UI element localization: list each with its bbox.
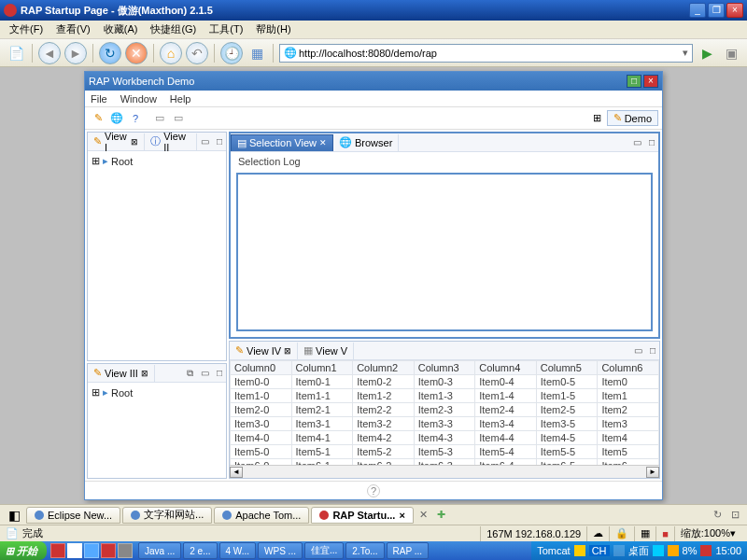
address-bar[interactable]: 🌐 ▾: [279, 44, 693, 63]
task-button[interactable]: RAP ...: [387, 542, 430, 559]
tree-node-root[interactable]: ⊞▸Root: [92, 386, 222, 399]
tab-view5[interactable]: ▦View V: [298, 343, 354, 359]
close-icon[interactable]: ⊠: [141, 369, 148, 378]
tab-view2[interactable]: ⓘView II: [145, 133, 197, 150]
ql-icon[interactable]: [118, 543, 133, 558]
history-button[interactable]: 🕘: [220, 42, 243, 64]
tray-icon[interactable]: [613, 545, 625, 556]
go-button[interactable]: ▶: [697, 43, 717, 63]
tab-view3[interactable]: ✎View III⊠: [88, 365, 155, 382]
undo-button[interactable]: ↶: [186, 42, 208, 64]
help-icon[interactable]: ?: [367, 484, 380, 497]
file-icon[interactable]: ▭: [151, 110, 168, 127]
reload-button[interactable]: ↻: [99, 42, 121, 64]
maximize-view-button[interactable]: □: [646, 345, 659, 356]
tab-selection-view[interactable]: ▤Selection View✕: [231, 134, 333, 151]
menu-groups[interactable]: 快捷组(G): [145, 21, 202, 38]
menu-file[interactable]: 文件(F): [4, 21, 49, 38]
doc-icon[interactable]: ▭: [170, 110, 187, 127]
browser-tab[interactable]: 文字和网站...: [122, 507, 212, 524]
selection-log-area[interactable]: [236, 173, 653, 331]
minimize-view-button[interactable]: ▭: [197, 136, 213, 147]
table-row[interactable]: Item0-0Item0-1Item0-2Item0-3Item0-4Item0…: [231, 375, 659, 389]
tab-view1[interactable]: ✎View I⊠: [88, 133, 145, 150]
browser-tab[interactable]: Apache Tom...: [214, 507, 309, 524]
column-header[interactable]: Column5: [536, 361, 598, 375]
menu-view[interactable]: 查看(V): [50, 21, 96, 38]
tray-tomcat[interactable]: Tomcat: [537, 545, 570, 556]
expand-icon[interactable]: ⊞: [92, 155, 100, 167]
maximize-view-button[interactable]: □: [645, 137, 658, 147]
tree-view3[interactable]: ⊞▸Root: [88, 383, 226, 478]
horizontal-scrollbar[interactable]: ◄ ►: [230, 465, 659, 478]
perspective-button[interactable]: ✎ Demo: [607, 110, 658, 126]
tree-view1[interactable]: ⊞▸Root: [88, 151, 226, 360]
rap-menu-window[interactable]: Window: [120, 93, 157, 105]
stop-button[interactable]: ✕: [125, 42, 148, 64]
maximize-view-button[interactable]: □: [213, 368, 226, 378]
forward-button[interactable]: ►: [64, 42, 87, 64]
scroll-right-button[interactable]: ►: [646, 467, 659, 478]
status-zoom[interactable]: 缩放:100% ▾: [674, 526, 741, 541]
menu-tools[interactable]: 工具(T): [204, 21, 248, 38]
new-tab-icon[interactable]: ✚: [433, 509, 449, 521]
start-button[interactable]: ⊞开始: [0, 541, 47, 560]
column-header[interactable]: Column1: [291, 361, 353, 375]
task-button[interactable]: 2 e...: [183, 542, 217, 559]
close-icon[interactable]: ⊠: [284, 346, 291, 356]
scroll-left-button[interactable]: ◄: [230, 467, 243, 478]
tray-icon[interactable]: [668, 545, 679, 556]
back-button[interactable]: ◄: [38, 42, 61, 64]
table-row[interactable]: Item6-0Item6-1Item6-2Item6-3Item6-4Item6…: [231, 459, 659, 465]
ql-icon[interactable]: [67, 543, 82, 558]
column-header[interactable]: Column0: [231, 361, 292, 375]
column-header[interactable]: Column3: [414, 361, 475, 375]
table-row[interactable]: Item3-0Item3-1Item3-2Item3-3Item3-4Item3…: [231, 417, 659, 431]
tree-node-root[interactable]: ⊞▸Root: [92, 155, 222, 167]
close-icon[interactable]: ✕: [319, 138, 327, 147]
minimize-button[interactable]: _: [689, 3, 706, 18]
minimize-view-button[interactable]: ▭: [630, 345, 646, 356]
close-tab-icon[interactable]: ×: [399, 510, 404, 521]
brush-icon[interactable]: ✎: [90, 110, 106, 127]
rap-maximize-button[interactable]: □: [627, 75, 641, 88]
browser-tab[interactable]: Eclipse New...: [26, 507, 120, 524]
expand-icon[interactable]: ⊞: [92, 386, 100, 399]
rap-menu-help[interactable]: Help: [170, 93, 191, 105]
feeds-button[interactable]: ▦: [247, 43, 267, 63]
close-tab-icon[interactable]: ✕: [416, 509, 431, 521]
browser-tab[interactable]: RAP Startu...×: [311, 507, 413, 524]
menu-favorites[interactable]: 收藏(A): [98, 21, 144, 38]
data-table[interactable]: Column0Column1Column2Column3Column4Colum…: [230, 360, 659, 465]
ql-icon[interactable]: [84, 543, 99, 558]
close-icon[interactable]: ⊠: [131, 137, 138, 147]
column-header[interactable]: Column2: [353, 361, 415, 375]
rap-menu-file[interactable]: File: [91, 93, 107, 105]
url-input[interactable]: [299, 48, 681, 59]
rap-close-button[interactable]: ×: [643, 75, 658, 88]
restore-button[interactable]: ❐: [708, 3, 725, 18]
tab-view4[interactable]: ✎View IV⊠: [230, 343, 298, 359]
tray-icon[interactable]: [700, 545, 712, 556]
tab-list-button[interactable]: ◧: [4, 505, 24, 525]
system-tray[interactable]: Tomcat CH 桌面 8% 15:00: [531, 541, 747, 560]
tray-icon[interactable]: [653, 545, 664, 556]
column-header[interactable]: Column4: [475, 361, 537, 375]
ql-icon[interactable]: [101, 543, 116, 558]
restore-tab-icon[interactable]: ↻: [710, 509, 726, 521]
ql-icon[interactable]: [50, 543, 65, 558]
home-button[interactable]: ⌂: [160, 42, 182, 64]
maximize-view-button[interactable]: □: [213, 136, 226, 147]
task-button[interactable]: 4 W...: [219, 542, 257, 559]
table-row[interactable]: Item2-0Item2-1Item2-2Item2-3Item2-4Item2…: [231, 403, 659, 417]
tray-clock[interactable]: 15:00: [715, 545, 741, 556]
close-button[interactable]: ×: [726, 3, 743, 18]
task-button[interactable]: WPS ...: [258, 542, 303, 559]
table-row[interactable]: Item4-0Item4-1Item4-2Item4-3Item4-4Item4…: [231, 431, 659, 445]
menu-help[interactable]: 帮助(H): [250, 21, 296, 38]
minimize-view-button[interactable]: ▭: [629, 137, 645, 147]
new-tab-button[interactable]: 📄: [6, 43, 26, 63]
task-button[interactable]: 2.To...: [345, 542, 384, 559]
table-row[interactable]: Item1-0Item1-1Item1-2Item1-3Item1-4Item1…: [231, 389, 659, 403]
tab-menu-icon[interactable]: ⊡: [727, 509, 743, 521]
